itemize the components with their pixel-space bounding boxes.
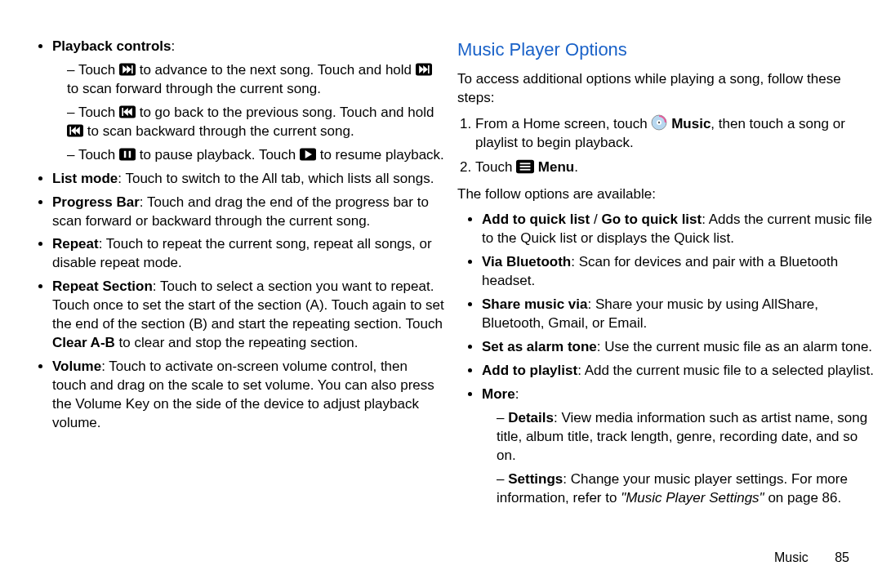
next-song-item: Touch to advance to the next song. Touch… (67, 61, 444, 99)
add-playlist-item: Add to playlist: Add the current music f… (482, 362, 874, 381)
menu-label: Menu (538, 159, 574, 175)
previous-track-icon (119, 105, 136, 119)
via-bluetooth-label: Via Bluetooth (482, 254, 571, 270)
list-mode-item: List mode: Touch to switch to the All ta… (52, 170, 444, 189)
svg-rect-3 (131, 65, 133, 74)
more-label: More (482, 386, 515, 402)
svg-rect-9 (122, 108, 123, 116)
playback-controls-sublist: Touch to advance to the next song. Touch… (52, 61, 444, 165)
details-item: Details: View media information such as … (497, 409, 874, 466)
share-music-item: Share music via: Share your music by usi… (482, 296, 874, 333)
playback-list: Playback controls: Touch to advance to t… (28, 38, 444, 433)
repeat-section-label: Repeat Section (52, 278, 153, 294)
music-label: Music (671, 116, 710, 131)
pause-icon (119, 147, 136, 162)
set-alarm-item: Set as alarm tone: Use the current music… (482, 338, 874, 357)
via-bluetooth-item: Via Bluetooth: Scan for devices and pair… (482, 253, 874, 291)
volume-item: Volume: Touch to activate on-screen volu… (52, 358, 444, 433)
two-column-layout: Playback controls: Touch to advance to t… (28, 33, 874, 512)
svg-rect-25 (520, 163, 531, 165)
progress-bar-item: Progress Bar: Touch and drag the end of … (52, 194, 444, 231)
previous-track-hold-icon (67, 123, 83, 138)
footer-section: Music (774, 550, 808, 564)
manual-page: Playback controls: Touch to advance to t… (0, 0, 882, 588)
add-to-quick-list-item: Add to quick list / Go to quick list: Ad… (482, 211, 874, 248)
more-sublist: Details: View media information such as … (482, 409, 874, 508)
svg-rect-18 (129, 151, 131, 158)
svg-rect-16 (119, 148, 136, 160)
progress-bar-label: Progress Bar (52, 194, 140, 210)
playback-controls-label: Playback controls (52, 38, 172, 54)
music-player-options-heading: Music Player Options (457, 38, 874, 62)
steps-list: From a Home screen, touch Music, then to… (457, 114, 874, 178)
pause-play-item: Touch to pause playback. Touch to resume… (67, 146, 444, 165)
settings-item: Settings: Change your music player setti… (497, 470, 874, 508)
left-column: Playback controls: Touch to advance to t… (28, 33, 444, 512)
step-1: From a Home screen, touch Music, then to… (475, 114, 874, 153)
settings-reference: "Music Player Settings" (621, 490, 764, 506)
options-intro-text: To access additional options while playi… (457, 70, 874, 108)
svg-rect-13 (69, 127, 71, 135)
svg-rect-7 (428, 65, 430, 74)
svg-rect-27 (520, 169, 531, 171)
footer-page-number: 85 (835, 550, 849, 564)
details-label: Details (508, 410, 554, 425)
right-column: Music Player Options To access additiona… (457, 33, 874, 512)
svg-rect-26 (520, 167, 531, 168)
set-alarm-label: Set as alarm tone (482, 339, 597, 354)
prev-song-item: Touch to go back to the previous song. T… (67, 104, 444, 141)
repeat-label: Repeat (52, 236, 99, 252)
options-available-text: The follow options are available: (457, 185, 874, 204)
clear-ab-label: Clear A-B (52, 335, 115, 350)
music-app-icon (651, 114, 667, 131)
more-item: More: Details: View media information su… (482, 385, 874, 508)
share-music-label: Share music via (482, 296, 587, 312)
play-icon (300, 147, 316, 162)
next-track-icon (119, 62, 136, 77)
add-playlist-label: Add to playlist (482, 363, 577, 378)
page-footer: Music 85 (774, 549, 849, 567)
repeat-section-item: Repeat Section: Touch to select a sectio… (52, 278, 444, 353)
list-mode-label: List mode (52, 171, 118, 186)
svg-point-23 (658, 121, 660, 122)
settings-label: Settings (508, 471, 563, 487)
go-quick-label: Go to quick list (601, 212, 702, 227)
menu-icon (516, 159, 534, 174)
svg-rect-17 (124, 151, 127, 158)
options-list: Add to quick list / Go to quick list: Ad… (457, 211, 874, 507)
playback-controls-item: Playback controls: Touch to advance to t… (52, 38, 444, 165)
step-2: Touch Menu. (475, 158, 874, 177)
next-track-hold-icon (416, 62, 432, 77)
repeat-item: Repeat: Touch to repeat the current song… (52, 235, 444, 273)
add-quick-label: Add to quick list (482, 212, 590, 227)
volume-label: Volume (52, 359, 101, 374)
